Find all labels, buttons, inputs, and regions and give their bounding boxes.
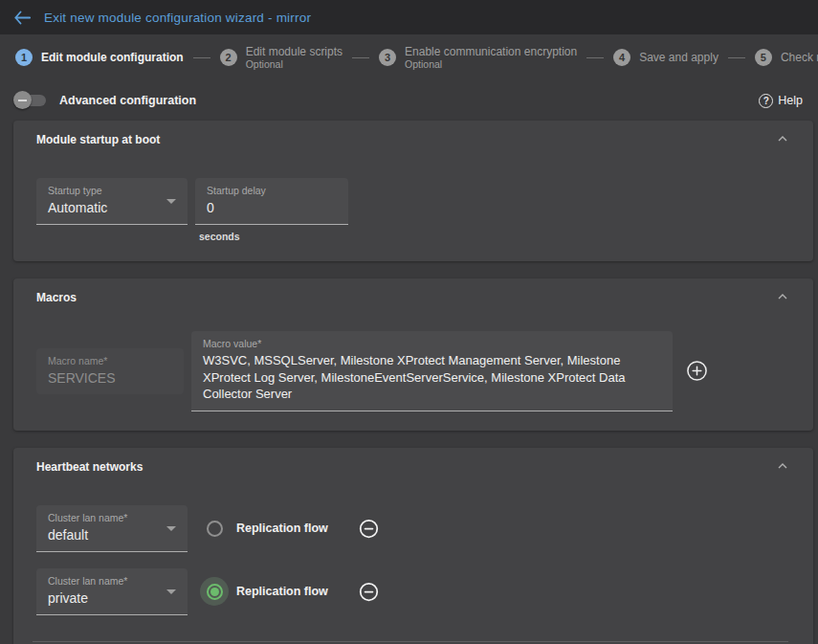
macro-name-value: SERVICES: [48, 369, 172, 387]
toolbar-row: Advanced configuration ? Help: [0, 80, 818, 121]
step-number: 5: [755, 49, 772, 66]
startup-type-value: Automatic: [48, 199, 176, 216]
cluster-lan-label: Cluster lan name*: [48, 512, 176, 524]
startup-delay-value: 0: [207, 199, 337, 216]
replication-flow-radio-selected[interactable]: [200, 577, 229, 606]
advanced-configuration-label: Advanced configuration: [59, 94, 196, 107]
circled-plus-icon: [686, 360, 708, 382]
card-title: Module startup at boot: [36, 133, 160, 146]
startup-type-select[interactable]: Startup type Automatic: [36, 178, 188, 225]
stepper-connector: [352, 57, 369, 58]
cluster-lan-value: private: [48, 589, 176, 607]
step-number: 1: [15, 49, 33, 66]
startup-delay-input[interactable]: Startup delay 0: [195, 178, 348, 225]
step-edit-module-scripts[interactable]: 2 Edit module scripts Optional: [220, 46, 343, 70]
cluster-lan-value: default: [48, 526, 176, 544]
macro-value-label: Macro value*: [203, 338, 661, 350]
chevron-up-icon[interactable]: [775, 460, 790, 472]
toggle-knob-minus-icon: [13, 91, 32, 109]
step-label: Enable communication encryption: [405, 46, 577, 58]
step-check-result[interactable]: 5 Check result: [755, 49, 818, 66]
heartbeat-row: Cluster lan name* default Replication fl…: [36, 505, 790, 552]
heartbeat-row: Cluster lan name* private Replication fl…: [36, 568, 790, 615]
section-divider: [33, 641, 788, 642]
card-header: Module startup at boot: [36, 133, 790, 146]
chevron-down-icon: [166, 526, 176, 531]
macro-name-label: Macro name*: [48, 355, 172, 367]
back-arrow-icon[interactable]: [13, 11, 31, 25]
card-header: Heartbeat networks: [36, 460, 790, 474]
macro-value-input[interactable]: Macro value* W3SVC, MSSQLServer, Milesto…: [191, 331, 673, 411]
chevron-up-icon[interactable]: [775, 133, 790, 144]
startup-delay-label: Startup delay: [207, 185, 337, 197]
replication-flow-label: Replication flow: [236, 522, 328, 535]
step-save-and-apply[interactable]: 4 Save and apply: [613, 49, 719, 66]
wizard-stepper: 1 Edit module configuration 2 Edit modul…: [0, 34, 818, 80]
radio-circle: [207, 584, 223, 600]
card-title: Heartbeat networks: [36, 460, 143, 474]
wizard-exit-title[interactable]: Exit new module configuration wizard - m…: [44, 11, 311, 25]
macro-name-input: Macro name* SERVICES: [36, 348, 184, 394]
card-module-startup: Module startup at boot Startup type Auto…: [13, 121, 813, 261]
chevron-down-icon: [166, 589, 176, 594]
add-macro-button[interactable]: [686, 360, 708, 382]
card-heartbeat-networks: Heartbeat networks Cluster lan name* def…: [13, 448, 813, 644]
chevron-down-icon: [166, 199, 176, 204]
step-number: 2: [220, 49, 237, 66]
stepper-connector: [728, 57, 745, 58]
step-label: Save and apply: [639, 52, 719, 64]
card-title: Macros: [36, 291, 77, 304]
advanced-configuration-toggle[interactable]: [13, 91, 52, 110]
remove-network-button[interactable]: [359, 519, 379, 539]
step-number: 4: [613, 49, 630, 66]
stepper-connector: [193, 57, 210, 58]
macros-row: Macro name* SERVICES Macro value* W3SVC,…: [36, 331, 790, 411]
circled-minus-icon: [359, 582, 379, 602]
radio-dot: [210, 588, 219, 596]
step-enable-communication-encryption[interactable]: 3 Enable communication encryption Option…: [379, 46, 577, 70]
question-mark-icon: ?: [759, 94, 773, 108]
cluster-lan-label: Cluster lan name*: [48, 575, 176, 588]
chevron-up-icon[interactable]: [775, 291, 790, 302]
circled-minus-icon: [359, 519, 379, 539]
step-label: Check result: [781, 52, 818, 64]
stepper-connector: [586, 57, 604, 58]
cluster-lan-name-select[interactable]: Cluster lan name* private: [36, 568, 188, 615]
step-sublabel: Optional: [405, 58, 577, 70]
radio-circle: [207, 521, 223, 537]
help-label: Help: [778, 94, 803, 107]
topbar: Exit new module configuration wizard - m…: [0, 0, 818, 34]
step-label: Edit module configuration: [41, 52, 184, 64]
step-edit-module-configuration[interactable]: 1 Edit module configuration: [15, 49, 184, 66]
card-header: Macros: [36, 291, 790, 304]
step-number: 3: [379, 49, 396, 66]
replication-flow-radio[interactable]: [200, 514, 229, 543]
card-macros: Macros Macro name* SERVICES Macro value*…: [13, 278, 813, 431]
macro-value-value: W3SVC, MSSQLServer, Milestone XProtect M…: [203, 352, 661, 403]
cluster-lan-name-select[interactable]: Cluster lan name* default: [36, 505, 188, 552]
startup-type-label: Startup type: [48, 185, 176, 197]
remove-network-button[interactable]: [359, 582, 379, 602]
step-label: Edit module scripts: [246, 46, 343, 58]
replication-flow-label: Replication flow: [236, 585, 328, 598]
startup-fields-row: Startup type Automatic Startup delay 0 s…: [36, 178, 790, 242]
step-sublabel: Optional: [246, 58, 343, 70]
startup-delay-helper: seconds: [199, 231, 348, 242]
help-button[interactable]: ? Help: [759, 94, 803, 108]
